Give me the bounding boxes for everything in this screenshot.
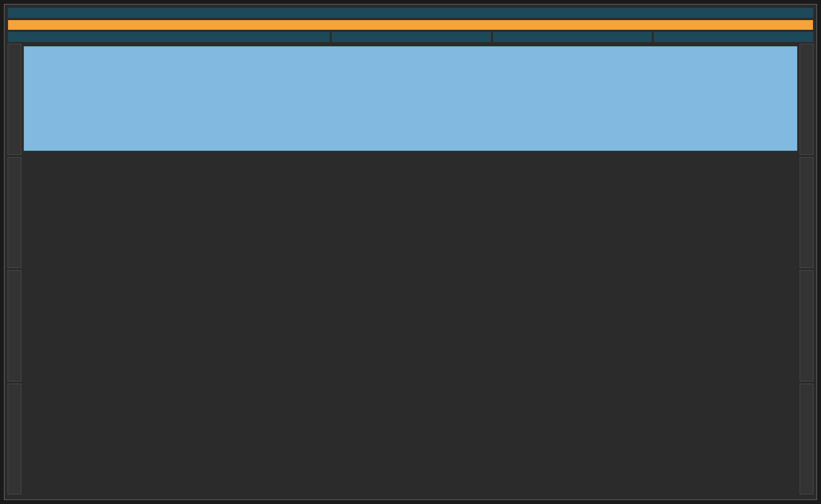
- memory-controller: [8, 44, 21, 155]
- pci-express-bar: [8, 8, 813, 18]
- memory-controller-column-left: [8, 44, 21, 494]
- memory-controller: [8, 384, 21, 495]
- memory-controller-column-right: [800, 44, 813, 494]
- die-body: [8, 44, 813, 494]
- gpu-die-diagram: [4, 4, 817, 500]
- memory-controller: [800, 270, 813, 381]
- engine-bar-row: [8, 32, 813, 42]
- nvenc-bar-2: [493, 32, 652, 42]
- memory-controller: [8, 270, 21, 381]
- gigathread-engine-bar: [8, 20, 813, 30]
- center-column: [24, 44, 797, 494]
- top-interface-bars: [8, 8, 813, 42]
- memory-controller: [800, 44, 813, 155]
- memory-controller: [8, 157, 21, 268]
- l2-cache: [24, 46, 797, 151]
- optical-flow-accelerator-bar: [8, 32, 330, 42]
- nvenc-bar-1: [331, 32, 491, 42]
- nvdec-bar: [654, 32, 813, 42]
- memory-controller: [800, 157, 813, 268]
- memory-controller: [800, 384, 813, 495]
